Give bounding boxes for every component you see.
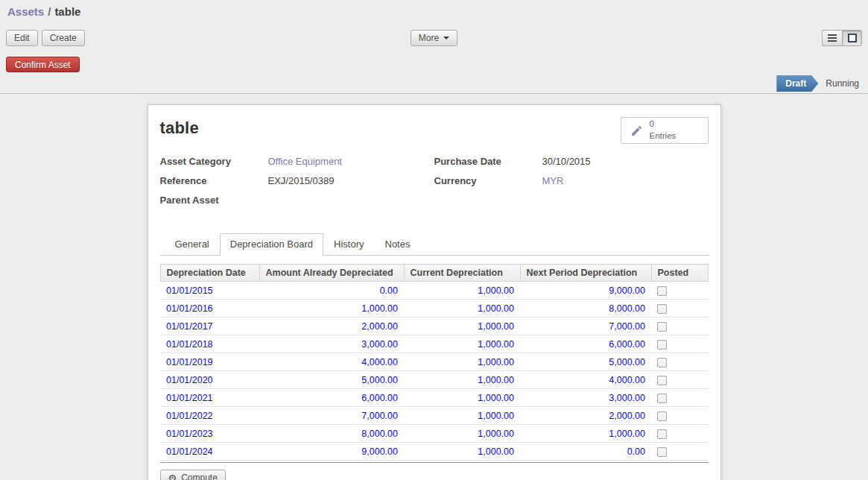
current-depreciation-cell[interactable]: 1,000.00 xyxy=(478,285,514,296)
depreciation-date-cell[interactable]: 01/01/2019 xyxy=(166,357,213,367)
purchase-date-label: Purchase Date xyxy=(434,156,542,168)
current-depreciation-cell[interactable]: 1,000.00 xyxy=(478,321,514,332)
posted-checkbox[interactable] xyxy=(657,376,667,385)
amount-already-cell[interactable]: 0.00 xyxy=(380,285,398,296)
current-depreciation-cell[interactable]: 1,000.00 xyxy=(478,303,514,314)
next-period-cell[interactable]: 2,000.00 xyxy=(609,411,645,421)
entries-count: 0 xyxy=(650,119,677,130)
depreciation-date-cell[interactable]: 01/01/2015 xyxy=(166,285,213,296)
col-current-depreciation[interactable]: Current Depreciation xyxy=(404,265,520,282)
current-depreciation-cell[interactable]: 1,000.00 xyxy=(478,339,514,350)
posted-checkbox[interactable] xyxy=(657,340,667,350)
table-row[interactable]: 01/01/2015 0.00 1,000.00 9,000.00 xyxy=(160,282,708,300)
current-depreciation-cell[interactable]: 1,000.00 xyxy=(478,411,514,421)
gear-icon: ⚙ xyxy=(168,473,177,480)
table-header-row: Depreciation Date Amount Already Depreci… xyxy=(160,265,708,282)
next-period-cell[interactable]: 9,000.00 xyxy=(609,285,645,296)
amount-already-cell[interactable]: 4,000.00 xyxy=(361,357,398,367)
table-row[interactable]: 01/01/2023 8,000.00 1,000.00 1,000.00 xyxy=(160,425,708,443)
amount-already-cell[interactable]: 5,000.00 xyxy=(361,375,398,385)
posted-checkbox[interactable] xyxy=(657,304,667,314)
currency-value[interactable]: MYR xyxy=(542,175,564,188)
current-depreciation-cell[interactable]: 1,000.00 xyxy=(478,393,514,403)
amount-already-cell[interactable]: 8,000.00 xyxy=(361,429,398,439)
notebook-tabs: General Depreciation Board History Notes xyxy=(160,233,709,256)
col-depreciation-date[interactable]: Depreciation Date xyxy=(160,265,259,282)
posted-checkbox[interactable] xyxy=(657,322,667,332)
caret-down-icon xyxy=(443,37,449,40)
content-area: table 0 Entries Asset Category Office Eq… xyxy=(0,94,868,480)
table-row[interactable]: 01/01/2020 5,000.00 1,000.00 4,000.00 xyxy=(160,371,708,389)
table-row[interactable]: 01/01/2018 3,000.00 1,000.00 6,000.00 xyxy=(160,335,708,353)
amount-already-cell[interactable]: 9,000.00 xyxy=(361,446,398,457)
compute-button[interactable]: ⚙ Compute xyxy=(160,470,226,480)
current-depreciation-cell[interactable]: 1,000.00 xyxy=(478,375,514,385)
next-period-cell[interactable]: 6,000.00 xyxy=(609,339,645,350)
current-depreciation-cell[interactable]: 1,000.00 xyxy=(478,357,514,367)
next-period-cell[interactable]: 3,000.00 xyxy=(609,393,645,403)
form-view-button[interactable] xyxy=(842,30,862,46)
reference-value: EXJ/2015/0389 xyxy=(268,175,335,188)
tab-history[interactable]: History xyxy=(323,233,374,256)
current-depreciation-cell[interactable]: 1,000.00 xyxy=(478,446,514,457)
col-posted[interactable]: Posted xyxy=(651,265,708,282)
table-row[interactable]: 01/01/2022 7,000.00 1,000.00 2,000.00 xyxy=(160,407,708,425)
status-draft-label: Draft xyxy=(785,78,806,89)
amount-already-cell[interactable]: 7,000.00 xyxy=(361,411,398,421)
list-view-button[interactable] xyxy=(822,30,842,46)
breadcrumb-current: table xyxy=(54,5,80,18)
current-depreciation-cell[interactable]: 1,000.00 xyxy=(478,429,514,439)
compute-button-label: Compute xyxy=(181,473,218,480)
next-period-cell[interactable]: 4,000.00 xyxy=(609,375,645,385)
posted-checkbox[interactable] xyxy=(657,429,667,439)
depreciation-date-cell[interactable]: 01/01/2018 xyxy=(166,339,213,350)
depreciation-date-cell[interactable]: 01/01/2021 xyxy=(166,393,213,403)
status-step-draft: Draft xyxy=(776,75,818,92)
asset-category-value[interactable]: Office Equipment xyxy=(268,156,342,168)
more-button[interactable]: More xyxy=(411,30,457,46)
amount-already-cell[interactable]: 3,000.00 xyxy=(361,339,398,350)
purchase-date-value: 30/10/2015 xyxy=(542,156,591,168)
depreciation-date-cell[interactable]: 01/01/2020 xyxy=(166,375,213,385)
table-row[interactable]: 01/01/2019 4,000.00 1,000.00 5,000.00 xyxy=(160,353,708,371)
posted-checkbox[interactable] xyxy=(657,286,667,296)
tab-depreciation-board[interactable]: Depreciation Board xyxy=(220,233,323,256)
create-button[interactable]: Create xyxy=(42,30,85,46)
more-button-label: More xyxy=(419,34,439,42)
next-period-cell[interactable]: 7,000.00 xyxy=(609,321,645,332)
posted-checkbox[interactable] xyxy=(657,411,667,421)
posted-checkbox[interactable] xyxy=(657,358,667,367)
edit-button[interactable]: Edit xyxy=(6,30,38,46)
table-row[interactable]: 01/01/2021 6,000.00 1,000.00 3,000.00 xyxy=(160,389,708,407)
amount-already-cell[interactable]: 1,000.00 xyxy=(361,303,398,314)
entries-button[interactable]: 0 Entries xyxy=(621,117,709,144)
posted-checkbox[interactable] xyxy=(657,447,667,457)
col-next-period-depreciation[interactable]: Next Period Depreciation xyxy=(520,265,651,282)
next-period-cell[interactable]: 5,000.00 xyxy=(609,357,645,367)
depreciation-date-cell[interactable]: 01/01/2022 xyxy=(166,411,213,421)
statusbar: Confirm Asset Draft Running xyxy=(0,52,868,94)
depreciation-date-cell[interactable]: 01/01/2024 xyxy=(166,446,213,457)
breadcrumb: Assets/table xyxy=(0,0,868,24)
next-period-cell[interactable]: 8,000.00 xyxy=(609,303,645,314)
table-row[interactable]: 01/01/2016 1,000.00 1,000.00 8,000.00 xyxy=(160,300,708,318)
tab-general[interactable]: General xyxy=(165,233,220,256)
amount-already-cell[interactable]: 2,000.00 xyxy=(361,321,398,332)
field-group: Asset Category Office Equipment Referenc… xyxy=(160,156,709,214)
next-period-cell[interactable]: 1,000.00 xyxy=(609,429,645,439)
depreciation-date-cell[interactable]: 01/01/2016 xyxy=(166,303,213,314)
table-row[interactable]: 01/01/2024 9,000.00 1,000.00 0.00 xyxy=(160,443,708,461)
table-footer: ⚙ Compute xyxy=(160,462,709,480)
depreciation-date-cell[interactable]: 01/01/2017 xyxy=(166,321,213,332)
parent-asset-label: Parent Asset xyxy=(160,195,268,207)
depreciation-board: Depreciation Date Amount Already Depreci… xyxy=(160,264,709,480)
col-amount-already-depreciated[interactable]: Amount Already Depreciated xyxy=(259,265,404,282)
amount-already-cell[interactable]: 6,000.00 xyxy=(361,393,398,403)
tab-notes[interactable]: Notes xyxy=(375,233,421,256)
confirm-asset-button[interactable]: Confirm Asset xyxy=(6,57,80,72)
next-period-cell[interactable]: 0.00 xyxy=(627,446,645,457)
depreciation-date-cell[interactable]: 01/01/2023 xyxy=(166,429,213,439)
posted-checkbox[interactable] xyxy=(657,394,667,403)
table-row[interactable]: 01/01/2017 2,000.00 1,000.00 7,000.00 xyxy=(160,318,708,335)
breadcrumb-assets-link[interactable]: Assets xyxy=(7,5,44,18)
